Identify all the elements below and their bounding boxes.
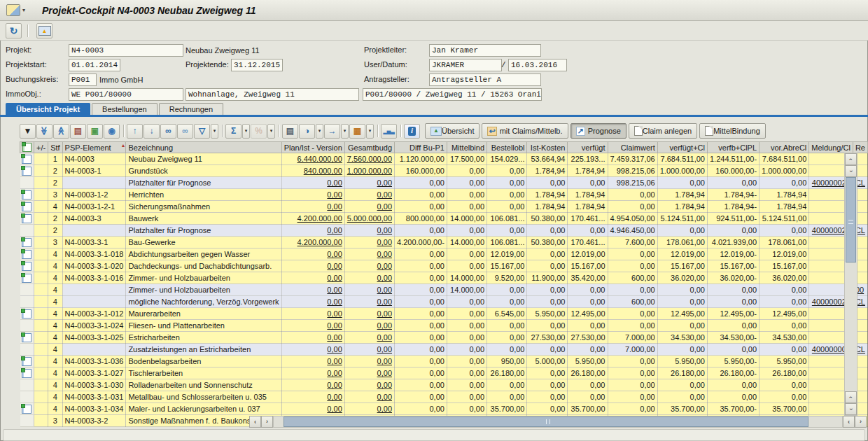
column-header-[interactable]: +/- <box>34 142 48 153</box>
value-cell[interactable]: 0,00 <box>344 272 394 284</box>
wbs-element-icon[interactable] <box>22 214 31 223</box>
value-link[interactable]: 0,00 <box>377 333 392 342</box>
value-cell[interactable]: 0,00 <box>281 332 344 344</box>
value-cell[interactable]: 0,00 <box>344 225 394 237</box>
value-link[interactable]: 0,00 <box>377 321 392 330</box>
value-cell[interactable]: 0,00 <box>281 368 344 379</box>
sum-icon[interactable]: Σ <box>225 124 241 139</box>
layout-icon-dropdown[interactable]: ▾ <box>366 124 374 139</box>
find-next-icon[interactable]: ∞ <box>177 124 193 139</box>
prognose-button[interactable]: ↗Prognose <box>570 123 626 139</box>
scroll-right-button-right[interactable]: › <box>855 416 867 428</box>
table-row[interactable]: 2Platzhalter für Prognose0,000,000,000,0… <box>20 225 868 237</box>
tab-bestellungen[interactable]: Bestellungen <box>92 103 158 115</box>
value-link[interactable]: 0,00 <box>377 345 392 354</box>
value-cell[interactable]: 0,00 <box>281 248 344 260</box>
value-cell[interactable]: 0,00 <box>281 403 344 415</box>
wbs-element-icon[interactable] <box>22 238 31 247</box>
value-link[interactable]: 0,00 <box>377 286 392 294</box>
value-cell[interactable]: 840.000,00 <box>281 165 344 177</box>
value-cell[interactable]: 0,00 <box>344 391 394 403</box>
value-link[interactable]: 0,00 <box>327 405 342 413</box>
table-row[interactable]: 2N4-0003-3Bauwerk4.200.000,005.000.000,0… <box>20 213 868 225</box>
value-cell[interactable]: 0,00 <box>344 308 394 320</box>
objekt-adresse-field[interactable]: P001/80000 / Zweigweg 11 / 15263 Oranien… <box>363 88 542 101</box>
table-row[interactable]: 4N4-0003-3-1-018Abdichtungsarbeiten gege… <box>20 248 868 260</box>
table-corner-cell[interactable] <box>20 142 34 153</box>
collapse-to-level-icon[interactable]: ▼ <box>20 124 36 139</box>
value-cell[interactable]: 0,00 <box>281 260 344 272</box>
value-link[interactable]: 0,00 <box>327 250 342 258</box>
column-header-meldung-cl[interactable]: Meldung/Cl <box>809 142 853 153</box>
value-cell[interactable]: 0,00 <box>281 284 344 296</box>
value-link[interactable]: 0,00 <box>377 238 392 246</box>
column-header-gesamtbudg[interactable]: Gesamtbudg <box>344 142 394 153</box>
antragsteller-field[interactable]: Antragsteller A <box>429 74 541 86</box>
value-link[interactable]: 0,00 <box>377 262 392 270</box>
value-cell[interactable]: 0,00 <box>344 177 394 189</box>
column-header-diff-bu-p1[interactable]: Diff Bu-P1 <box>395 142 447 153</box>
value-cell[interactable]: 0,00 <box>281 344 344 356</box>
table-row[interactable]: 4N4-0003-3-1-027Tischlerarbeiten0,000,00… <box>20 368 868 379</box>
value-link[interactable]: 0,00 <box>377 381 392 389</box>
value-link[interactable]: 0,00 <box>327 357 342 365</box>
claim-anlegen-button[interactable]: Claim anlegen <box>629 123 697 139</box>
column-header-re[interactable]: Re <box>853 142 867 153</box>
scroll-down-button-bottom[interactable]: › <box>845 403 857 415</box>
wbs-element-icon[interactable] <box>22 167 31 176</box>
mittelbindung-button[interactable]: MittelBindung <box>699 123 766 139</box>
value-link[interactable]: 0,00 <box>377 250 392 258</box>
info-icon[interactable]: i <box>404 124 420 139</box>
value-cell[interactable]: 7.560.000,00 <box>344 153 394 165</box>
value-cell[interactable]: 0,00 <box>344 248 394 260</box>
scroll-right-button[interactable]: › <box>261 416 273 428</box>
value-cell[interactable]: 0,00 <box>344 284 394 296</box>
wbs-element-icon[interactable] <box>22 369 31 378</box>
value-cell[interactable]: 1.000.000,00 <box>344 165 394 177</box>
value-cell[interactable]: 0,00 <box>281 177 344 189</box>
value-link[interactable]: 0,00 <box>327 393 342 401</box>
collapse-all-icon[interactable]: ≫ <box>53 124 69 139</box>
wbs-element-icon[interactable] <box>22 357 31 366</box>
value-link[interactable]: 0,00 <box>327 381 342 389</box>
value-cell[interactable]: 0,00 <box>344 260 394 272</box>
value-cell[interactable]: 0,00 <box>281 272 344 284</box>
value-link[interactable]: 0,00 <box>327 309 342 318</box>
detail-view-icon[interactable]: ▤ <box>70 124 86 139</box>
wbs-element-icon[interactable] <box>22 190 31 200</box>
value-cell[interactable]: 0,00 <box>281 189 344 201</box>
mit-claims-mittelb-button[interactable]: ↩mit Claims/Mittelb. <box>482 123 568 139</box>
buchungskreis-field[interactable]: P001 <box>69 74 97 86</box>
wbs-element-icon[interactable] <box>22 155 31 164</box>
column-header-stf[interactable]: Stf <box>48 142 62 153</box>
value-cell[interactable]: 0,00 <box>344 296 394 308</box>
table-row[interactable]: 1N4-0003Neubau Zweigweg 116.440.000,007.… <box>20 153 868 165</box>
views-icon-dropdown[interactable]: ▾ <box>316 124 323 139</box>
projekt-field[interactable]: N4-0003 <box>69 44 183 57</box>
column-header-verfb-clpl[interactable]: verfb+ClPL <box>707 142 759 153</box>
value-link[interactable]: 840.000,00 <box>304 167 342 175</box>
tab-rechnungen[interactable]: Rechnungen <box>159 103 223 115</box>
table-row[interactable]: 3N4-0003-1-2Herrichten0,000,000,000,000,… <box>20 189 868 201</box>
filter-icon[interactable]: ▽ <box>194 124 210 139</box>
column-header-verf-gt[interactable]: verfügt <box>568 142 608 153</box>
filter-icon-dropdown[interactable]: ▾ <box>211 124 218 139</box>
value-link[interactable]: 1.000.000,00 <box>347 167 392 175</box>
value-cell[interactable]: 0,00 <box>344 368 394 379</box>
value-cell[interactable]: 0,00 <box>281 201 344 213</box>
table-row[interactable]: 4N4-0003-3-1-034Maler- und Lackierungsar… <box>20 403 868 415</box>
vertical-scroll-thumb[interactable] <box>846 177 856 262</box>
value-cell[interactable]: 0,00 <box>344 379 394 391</box>
table-row[interactable]: 4Zusatzleistungen an Estricharbeiten0,00… <box>20 344 868 356</box>
value-cell[interactable]: 0,00 <box>281 320 344 332</box>
value-link[interactable]: 0,00 <box>377 190 392 199</box>
wbs-element-icon[interactable] <box>22 250 31 259</box>
export-icon-dropdown[interactable]: ▾ <box>341 124 349 139</box>
value-link[interactable]: 0,00 <box>377 298 392 306</box>
value-link[interactable]: 4.200.000,00 <box>298 238 342 246</box>
table-row[interactable]: 4N4-0003-3-1-030Rolladenarbeiten und Son… <box>20 379 868 391</box>
table-row[interactable]: 4N4-0003-3-1-031Metallbau- und Schlosser… <box>20 391 868 403</box>
value-cell[interactable]: 6.440.000,00 <box>281 153 344 165</box>
value-cell[interactable]: 0,00 <box>281 356 344 368</box>
search-display-icon[interactable]: ◉ <box>104 124 120 139</box>
